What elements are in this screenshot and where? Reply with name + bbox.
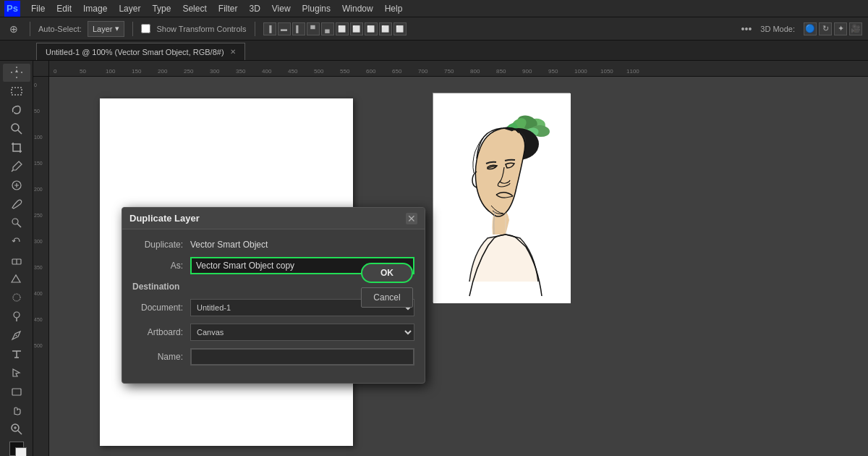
menu-type[interactable]: Type [147, 2, 176, 15]
show-transform-label: Show Transform Controls [156, 25, 246, 33]
layer-dropdown[interactable]: Layer ▾ [88, 21, 125, 37]
align-icon-2[interactable]: ▬ [278, 22, 291, 35]
menu-3d[interactable]: 3D [244, 2, 265, 15]
fill-tool[interactable] [3, 270, 30, 288]
type-tool[interactable] [3, 345, 30, 363]
align-icon-5[interactable]: ▄ [321, 22, 334, 35]
tab-bar: Untitled-1 @ 100% (Vector Smart Object, … [0, 41, 868, 61]
name-input[interactable] [190, 348, 414, 366]
ruler-650: 650 [392, 68, 401, 75]
ruler-100: 100 [106, 68, 115, 75]
move-tool-icon: ⊕ [6, 21, 22, 37]
ruler-300: 300 [210, 68, 219, 75]
dialog-close-button[interactable]: ✕ [406, 213, 417, 224]
tools-panel [0, 61, 33, 456]
ruler-1000: 1000 [574, 68, 587, 75]
clone-stamp-tool[interactable] [3, 214, 30, 232]
ruler-50: 50 [80, 68, 86, 75]
show-transform-checkbox[interactable] [141, 24, 150, 33]
3d-icon-4[interactable]: 🎥 [849, 22, 862, 35]
align-icons-group: ▐ ▬ ▌ ▀ ▄ ⬜ ⬜ ⬜ ⬜ ⬜ [263, 22, 407, 35]
ruler-250: 250 [184, 68, 193, 75]
ruler-horizontal: 0 50 100 150 200 250 300 350 400 450 500… [49, 61, 868, 77]
3d-mode-label: 3D Mode: [760, 25, 795, 33]
align-icon-1[interactable]: ▐ [263, 22, 276, 35]
ruler-150: 150 [132, 68, 141, 75]
align-icon-10[interactable]: ⬜ [393, 22, 407, 35]
menu-file[interactable]: File [26, 2, 50, 15]
ruler-600: 600 [366, 68, 375, 75]
main-layout: 0 50 100 150 200 250 300 350 400 450 500… [0, 61, 868, 456]
pen-tool[interactable] [3, 326, 30, 345]
dialog-buttons: OK Cancel [361, 263, 413, 308]
align-icon-9[interactable]: ⬜ [379, 22, 392, 35]
3d-icon-2[interactable]: ↻ [819, 22, 832, 35]
menu-window[interactable]: Window [337, 2, 378, 15]
path-select-tool[interactable] [3, 364, 30, 382]
menu-select[interactable]: Select [177, 2, 211, 15]
ok-button[interactable]: OK [361, 263, 413, 283]
as-label: As: [132, 261, 190, 271]
crop-tool[interactable] [3, 139, 30, 157]
menu-plugins[interactable]: Plugins [297, 2, 336, 15]
shape-tool[interactable] [3, 382, 30, 400]
svg-point-5 [12, 219, 18, 224]
menu-image[interactable]: Image [78, 2, 112, 15]
document-tab[interactable]: Untitled-1 @ 100% (Vector Smart Object, … [36, 43, 245, 60]
menu-filter[interactable]: Filter [213, 2, 243, 15]
duplicate-layer-dialog: Duplicate Layer ✕ OK Cancel Duplicate: [122, 207, 425, 384]
artboard-row: Artboard: Canvas [132, 324, 414, 341]
ruler-900: 900 [522, 68, 532, 75]
ruler-1050: 1050 [600, 68, 613, 75]
eraser-tool[interactable] [3, 251, 30, 269]
align-icon-6[interactable]: ⬜ [336, 22, 349, 35]
dodge-tool[interactable] [3, 308, 30, 326]
menu-view[interactable]: View [267, 2, 296, 15]
blur-tool[interactable] [3, 289, 30, 307]
3d-icon-1[interactable]: 🔵 [804, 22, 817, 35]
duplicate-label: Duplicate: [132, 240, 190, 250]
cancel-button[interactable]: Cancel [361, 287, 413, 308]
foreground-color[interactable] [9, 442, 24, 456]
ruler-350: 350 [236, 68, 245, 75]
align-icon-4[interactable]: ▀ [307, 22, 320, 35]
lasso-tool[interactable] [3, 101, 30, 119]
align-icon-8[interactable]: ⬜ [365, 22, 378, 35]
dialog-title: Duplicate Layer [129, 213, 200, 224]
canvas-area: 0 50 100 150 200 250 300 350 400 450 500… [33, 61, 868, 456]
more-options-icon[interactable]: ••• [741, 23, 752, 35]
zoom-tool[interactable] [3, 420, 30, 438]
move-tool[interactable] [3, 64, 30, 82]
svg-point-11 [15, 335, 17, 337]
document-label: Document: [132, 303, 190, 313]
svg-rect-0 [12, 88, 22, 95]
ruler-200: 200 [158, 68, 167, 75]
tab-close-button[interactable]: ✕ [230, 48, 236, 56]
ruler-1100: 1100 [626, 68, 639, 75]
brush-tool[interactable] [3, 195, 30, 213]
dialog-title-bar[interactable]: Duplicate Layer ✕ [122, 208, 425, 229]
ruler-700: 700 [418, 68, 427, 75]
marquee-tool[interactable] [3, 83, 30, 101]
menu-help[interactable]: Help [380, 2, 408, 15]
svg-line-3 [12, 170, 13, 172]
history-brush-tool[interactable] [3, 232, 30, 250]
ps-logo: Ps [4, 1, 20, 17]
duplicate-value: Vector Smart Object [190, 240, 268, 250]
quick-select-tool[interactable] [3, 120, 30, 138]
svg-point-8 [13, 294, 20, 301]
eyedropper-tool[interactable] [3, 158, 30, 176]
align-icon-3[interactable]: ▌ [292, 22, 305, 35]
dialog-overlay: Duplicate Layer ✕ OK Cancel Duplicate: [49, 77, 868, 456]
ruler-v-500: 500 [34, 343, 43, 455]
menu-layer[interactable]: Layer [114, 2, 145, 15]
hand-tool[interactable] [3, 401, 30, 419]
menu-bar: Ps File Edit Image Layer Type Select Fil… [0, 0, 868, 17]
align-icon-7[interactable]: ⬜ [350, 22, 363, 35]
spot-heal-tool[interactable] [3, 176, 30, 194]
3d-icon-3[interactable]: ✦ [834, 22, 847, 35]
ruler-750: 750 [444, 68, 454, 75]
artboard-select[interactable]: Canvas [190, 324, 414, 341]
svg-point-9 [14, 312, 20, 318]
menu-edit[interactable]: Edit [51, 2, 77, 15]
